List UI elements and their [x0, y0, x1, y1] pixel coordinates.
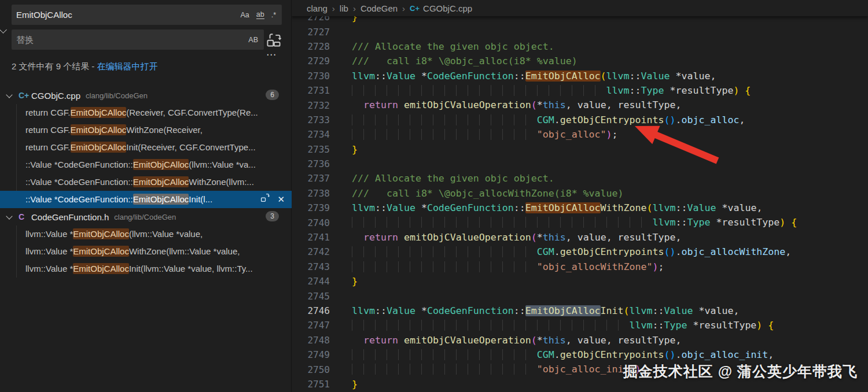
whole-word-icon[interactable]: ab: [256, 10, 264, 19]
breadcrumb-item-clang[interactable]: clang: [307, 3, 328, 13]
code-text[interactable]: /// Allocate the given objc object.: [352, 39, 554, 54]
search-results-tree: C+CGObjC.cppclang/lib/CodeGen6return CGF…: [0, 87, 292, 278]
code-line-2737[interactable]: 2737/// Allocate the given objc object.: [292, 171, 868, 186]
code-text[interactable]: }: [352, 274, 358, 289]
more-actions-button[interactable]: ⋯: [262, 49, 281, 61]
regex-icon[interactable]: .*: [271, 11, 276, 19]
code-line-2744[interactable]: 2744}: [292, 274, 868, 289]
preserve-case-icon[interactable]: AB: [248, 36, 258, 44]
replace-icon[interactable]: [260, 191, 270, 208]
code-line-2731[interactable]: 2731 llvm::Type *resultType) {: [292, 83, 868, 98]
line-number: 2750: [292, 364, 330, 375]
code-token: this: [543, 232, 566, 243]
search-result-item[interactable]: llvm::Value *EmitObjCAllocWithZone(llvm:…: [0, 243, 292, 260]
code-text[interactable]: llvm::Type *resultType) {: [352, 215, 797, 230]
code-token: .: [554, 246, 560, 257]
replace-input[interactable]: [12, 35, 245, 45]
breadcrumb-item-codegen[interactable]: CodeGen: [361, 3, 398, 13]
code-area[interactable]: 2726}27272728/// Allocate the given objc…: [292, 10, 868, 392]
code-text[interactable]: return emitObjCValueOperation(*this, val…: [352, 230, 682, 245]
code-text[interactable]: llvm::Type *resultType) {: [352, 318, 774, 332]
chevron-down-icon[interactable]: [6, 213, 12, 219]
code-token: objc_allocWithZone: [682, 246, 786, 257]
replace-all-icon[interactable]: [266, 32, 282, 47]
code-line-2740[interactable]: 2740 llvm::Type *resultType) {: [292, 215, 868, 230]
code-text[interactable]: "objc_alloc_init");: [352, 362, 647, 376]
code-token: [352, 99, 363, 110]
code-line-2747[interactable]: 2747 llvm::Type *resultType) {: [292, 318, 868, 332]
code-token: *: [710, 217, 722, 228]
code-line-2730[interactable]: 2730llvm::Value *CodeGenFunction::EmitOb…: [292, 69, 868, 83]
code-text[interactable]: llvm::Value *CodeGenFunction::EmitObjCAl…: [352, 304, 739, 318]
editor-pane[interactable]: clang › lib › CodeGen › C+ CGObjC.cpp 27…: [292, 0, 868, 392]
code-text[interactable]: return emitObjCValueOperation(*this, val…: [352, 98, 682, 112]
code-token: [398, 232, 404, 243]
breadcrumb-item-lib[interactable]: lib: [340, 3, 348, 13]
search-result-item[interactable]: ::Value *CodeGenFunction::EmitObjCAllocW…: [0, 173, 292, 191]
code-token: this: [543, 99, 566, 110]
code-line-2729[interactable]: 2729/// call i8* \@objc_alloc(i8* %value…: [292, 54, 868, 68]
code-token: ,: [733, 305, 739, 316]
code-line-2736[interactable]: 2736: [292, 157, 868, 171]
file-path: clang/lib/CodeGen: [86, 91, 148, 100]
code-text[interactable]: return emitObjCValueOperation(*this, val…: [352, 333, 682, 347]
match-case-icon[interactable]: Aa: [240, 11, 249, 19]
code-token: Type: [687, 217, 710, 228]
code-token: ;: [659, 261, 664, 272]
code-text[interactable]: /// Allocate the given objc object.: [352, 171, 554, 186]
line-number: 2732: [292, 100, 330, 111]
code-line-2738[interactable]: 2738/// call i8* \@objc_allocWithZone(i8…: [292, 186, 868, 201]
code-text[interactable]: llvm::Type *resultType) {: [352, 83, 751, 98]
toggle-replace-chevron-icon[interactable]: [1, 24, 6, 35]
code-text[interactable]: CGM.getObjCEntrypoints().objc_alloc_init…: [352, 347, 774, 362]
code-text[interactable]: /// call i8* \@objc_allocWithZone(i8* %v…: [352, 186, 624, 201]
line-number: 2738: [292, 188, 330, 199]
file-row-cgobjc-cpp[interactable]: C+CGObjC.cppclang/lib/CodeGen6: [0, 87, 292, 104]
search-result-item[interactable]: llvm::Value *EmitObjCAllocInit(llvm::Val…: [0, 260, 292, 278]
file-row-codegenfunction-h[interactable]: CCodeGenFunction.hclang/lib/CodeGen3: [0, 208, 292, 225]
match-highlight: EmitObjCAlloc: [71, 142, 127, 153]
search-result-item[interactable]: ::Value *CodeGenFunction::EmitObjCAlloc(…: [0, 156, 292, 173]
code-line-2746[interactable]: 2746llvm::Value *CodeGenFunction::EmitOb…: [292, 304, 868, 318]
code-line-2742[interactable]: 2742 CGM.getObjCEntrypoints().objc_alloc…: [292, 245, 868, 259]
result-text: return CGF.: [25, 108, 71, 117]
code-line-2743[interactable]: 2743 "objc_allocWithZone");: [292, 260, 868, 274]
code-line-2748[interactable]: 2748 return emitObjCValueOperation(*this…: [292, 333, 868, 347]
code-line-2733[interactable]: 2733 CGM.getObjCEntrypoints().objc_alloc…: [292, 113, 868, 127]
code-line-2732[interactable]: 2732 return emitObjCValueOperation(*this…: [292, 98, 868, 112]
search-result-item[interactable]: return CGF.EmitObjCAllocInit(Receiver, C…: [0, 139, 292, 156]
code-token: ): [653, 261, 659, 272]
code-token: ,: [768, 349, 774, 360]
search-result-item[interactable]: ::Value *CodeGenFunction::EmitObjCAllocI…: [0, 191, 292, 208]
search-input[interactable]: [12, 10, 237, 20]
code-text[interactable]: }: [352, 142, 358, 157]
code-line-2739[interactable]: 2739llvm::Value *CodeGenFunction::EmitOb…: [292, 201, 868, 215]
code-line-2728[interactable]: 2728/// Allocate the given objc object.: [292, 39, 868, 54]
search-result-item[interactable]: return CGF.EmitObjCAllocWithZone(Receive…: [0, 121, 292, 139]
open-in-editor-link[interactable]: 在编辑器中打开: [97, 61, 158, 71]
code-token: getObjCEntrypoints: [560, 349, 664, 360]
code-line-2734[interactable]: 2734 "objc_alloc");: [292, 127, 868, 142]
breadcrumb-file[interactable]: CGObjC.cpp: [423, 3, 472, 13]
code-text[interactable]: "objc_allocWithZone");: [352, 260, 664, 274]
code-text[interactable]: /// call i8* \@objc_alloc(i8* %value): [352, 54, 578, 68]
code-line-2735[interactable]: 2735}: [292, 142, 868, 157]
search-result-item[interactable]: llvm::Value *EmitObjCAlloc(llvm::Value *…: [0, 225, 292, 243]
dismiss-icon[interactable]: ✕: [277, 191, 285, 208]
code-line-2749[interactable]: 2749 CGM.getObjCEntrypoints().objc_alloc…: [292, 347, 868, 362]
code-token: .: [676, 114, 682, 125]
code-line-2745[interactable]: 2745: [292, 289, 868, 303]
search-result-item[interactable]: return CGF.EmitObjCAlloc(Receiver, CGF.C…: [0, 104, 292, 121]
code-text[interactable]: "objc_alloc");: [352, 127, 618, 142]
code-token: *: [537, 335, 543, 346]
code-text[interactable]: CGM.getObjCEntrypoints().objc_allocWithZ…: [352, 245, 791, 259]
code-text[interactable]: }: [352, 377, 358, 391]
code-token: emitObjCValueOperation: [404, 335, 531, 346]
code-text[interactable]: llvm::Value *CodeGenFunction::EmitObjCAl…: [352, 69, 716, 83]
chevron-down-icon[interactable]: [6, 91, 12, 98]
code-text[interactable]: llvm::Value *CodeGenFunction::EmitObjCAl…: [352, 201, 762, 215]
result-text: ::Value *CodeGenFunction::: [25, 194, 133, 204]
code-line-2741[interactable]: 2741 return emitObjCValueOperation(*this…: [292, 230, 868, 245]
code-text[interactable]: CGM.getObjCEntrypoints().objc_alloc,: [352, 113, 745, 127]
code-line-2727[interactable]: 2727: [292, 24, 868, 39]
